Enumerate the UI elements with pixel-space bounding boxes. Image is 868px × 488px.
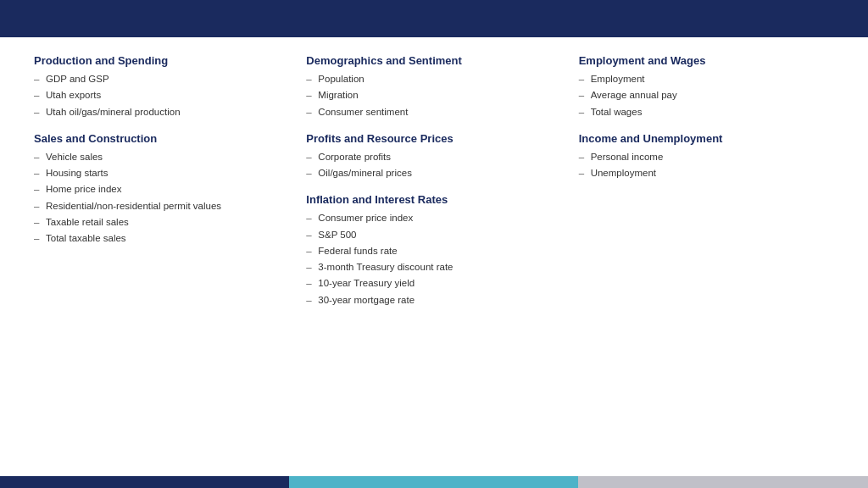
- section-items-inflation-interest: Consumer price indexS&P 500Federal funds…: [306, 210, 561, 308]
- list-item: Consumer price index: [306, 210, 561, 226]
- section-employment-wages: Employment and WagesEmploymentAverage an…: [579, 54, 834, 120]
- list-item: Employment: [579, 71, 834, 87]
- list-item: 3-month Treasury discount rate: [306, 259, 561, 275]
- section-title-demographics-sentiment: Demographics and Sentiment: [306, 54, 561, 67]
- list-item: Personal income: [579, 149, 834, 165]
- list-item: Taxable retail sales: [34, 214, 289, 230]
- column-col1: Production and SpendingGDP and GSPUtah e…: [34, 54, 289, 468]
- section-profits-resource: Profits and Resource PricesCorporate pro…: [306, 132, 561, 182]
- column-col2: Demographics and SentimentPopulationMigr…: [306, 54, 561, 468]
- list-item: Average annual pay: [579, 87, 834, 103]
- list-item: Residential/non-residential permit value…: [34, 198, 289, 214]
- list-item: Federal funds rate: [306, 243, 561, 259]
- footer-bar-teal: [289, 476, 578, 488]
- content-area: Production and SpendingGDP and GSPUtah e…: [0, 37, 868, 476]
- section-items-profits-resource: Corporate profitsOil/gas/mineral prices: [306, 149, 561, 182]
- section-sales-construction: Sales and ConstructionVehicle salesHousi…: [34, 132, 289, 247]
- list-item: Migration: [306, 87, 561, 103]
- section-inflation-interest: Inflation and Interest RatesConsumer pri…: [306, 193, 561, 308]
- section-title-income-unemployment: Income and Unemployment: [579, 132, 834, 145]
- section-title-employment-wages: Employment and Wages: [579, 54, 834, 67]
- section-items-employment-wages: EmploymentAverage annual payTotal wages: [579, 71, 834, 120]
- section-items-income-unemployment: Personal incomeUnemployment: [579, 149, 834, 182]
- list-item: S&P 500: [306, 227, 561, 243]
- footer-bar-gray: [578, 476, 868, 488]
- list-item: 30-year mortgage rate: [306, 292, 561, 308]
- slide: Production and SpendingGDP and GSPUtah e…: [0, 0, 868, 488]
- list-item: Oil/gas/mineral prices: [306, 165, 561, 181]
- list-item: Consumer sentiment: [306, 104, 561, 120]
- list-item: Utah exports: [34, 87, 289, 103]
- section-income-unemployment: Income and UnemploymentPersonal incomeUn…: [579, 132, 834, 182]
- list-item: Utah oil/gas/mineral production: [34, 104, 289, 120]
- section-items-production-spending: GDP and GSPUtah exportsUtah oil/gas/mine…: [34, 71, 289, 120]
- section-items-demographics-sentiment: PopulationMigrationConsumer sentiment: [306, 71, 561, 120]
- list-item: Home price index: [34, 181, 289, 197]
- list-item: Total taxable sales: [34, 230, 289, 247]
- section-items-sales-construction: Vehicle salesHousing startsHome price in…: [34, 149, 289, 247]
- list-item: 10-year Treasury yield: [306, 275, 561, 291]
- section-title-inflation-interest: Inflation and Interest Rates: [306, 193, 561, 206]
- list-item: Total wages: [579, 104, 834, 120]
- list-item: Population: [306, 71, 561, 87]
- section-demographics-sentiment: Demographics and SentimentPopulationMigr…: [306, 54, 561, 120]
- footer-bar-container: [0, 476, 868, 488]
- list-item: Housing starts: [34, 165, 289, 181]
- list-item: Corporate profits: [306, 149, 561, 165]
- list-item: GDP and GSP: [34, 71, 289, 87]
- section-title-production-spending: Production and Spending: [34, 54, 289, 67]
- section-title-profits-resource: Profits and Resource Prices: [306, 132, 561, 145]
- header: [0, 0, 868, 37]
- section-title-sales-construction: Sales and Construction: [34, 132, 289, 145]
- footer-bar-navy: [0, 476, 289, 488]
- column-col3: Employment and WagesEmploymentAverage an…: [579, 54, 834, 468]
- list-item: Unemployment: [579, 165, 834, 181]
- list-item: Vehicle sales: [34, 149, 289, 165]
- section-production-spending: Production and SpendingGDP and GSPUtah e…: [34, 54, 289, 120]
